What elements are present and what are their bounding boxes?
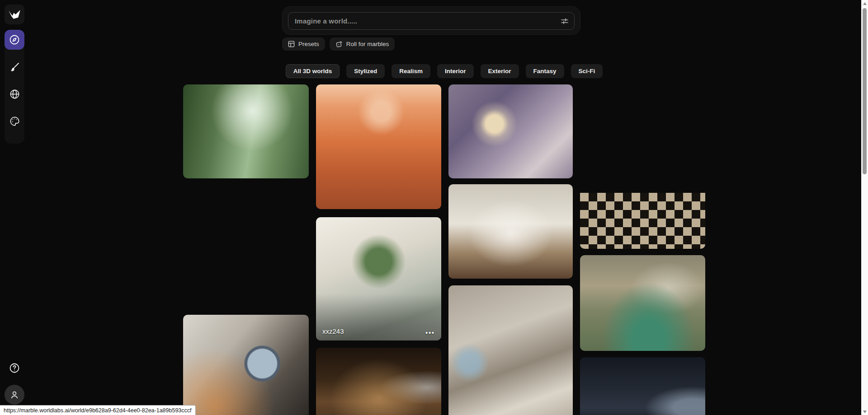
- world-card-label: xxz243: [322, 327, 344, 335]
- paintbrush-icon: [9, 61, 20, 73]
- status-url-text: https://marble.worldlabs.ai/world/e9b628…: [4, 407, 192, 414]
- filter-chip-interior[interactable]: Interior: [437, 64, 474, 78]
- world-card-white-terrace-tree-garden[interactable]: xxz243 •••: [316, 217, 441, 340]
- world-card-scifi-porthole-bedroom[interactable]: [183, 315, 309, 415]
- filter-chip-fantasy[interactable]: Fantasy: [526, 64, 564, 78]
- world-card-warm-wooden-kitchen[interactable]: [316, 348, 441, 415]
- account-button[interactable]: [5, 385, 24, 405]
- scroll-up-icon: [863, 2, 867, 5]
- nav-item-worlds[interactable]: [5, 84, 24, 104]
- filter-chip-stylized[interactable]: Stylized: [346, 64, 385, 78]
- sidebar: [0, 0, 29, 415]
- worldlabs-logo-button[interactable]: [5, 5, 24, 24]
- palette-icon: [9, 116, 20, 127]
- help-icon: [9, 362, 20, 374]
- scroll-thumb[interactable]: [863, 8, 867, 174]
- roll-for-marbles-label: Roll for marbles: [346, 41, 389, 47]
- world-card-stylized-round-mirror-library[interactable]: [448, 84, 573, 178]
- scroll-down-icon: [863, 410, 867, 413]
- filter-chip-all-3d-worlds[interactable]: All 3D worlds: [286, 64, 340, 78]
- search-panel: [282, 6, 580, 35]
- nav-item-styles[interactable]: [5, 111, 24, 131]
- sliders-icon: [560, 17, 569, 26]
- world-card-temple-library-lanterns[interactable]: [183, 185, 309, 309]
- dice-icon: [335, 41, 343, 48]
- world-card-grand-hallway-checkered-floor[interactable]: [580, 84, 705, 249]
- nav-item-explore[interactable]: [5, 30, 24, 50]
- nav-item-create[interactable]: [5, 57, 24, 77]
- filter-chip-exterior[interactable]: Exterior: [481, 64, 519, 78]
- world-card-dark-abandoned-room[interactable]: [580, 357, 705, 415]
- presets-button-label: Presets: [298, 41, 319, 47]
- worldlabs-logo-icon: [8, 9, 21, 20]
- scroll-down-button[interactable]: [861, 408, 868, 415]
- user-icon: [9, 389, 20, 400]
- world-card-menu-button[interactable]: •••: [425, 331, 435, 335]
- sidebar-nav-panel: [5, 30, 24, 144]
- search-filters-button[interactable]: [557, 14, 572, 29]
- ellipsis-icon: •••: [425, 329, 435, 336]
- search-input[interactable]: [288, 17, 557, 25]
- scroll-up-button[interactable]: [861, 0, 868, 7]
- filter-chip-scifi[interactable]: Sci-Fi: [571, 64, 603, 78]
- compass-icon: [9, 34, 20, 46]
- world-card-overgrown-courtyard-waterfall[interactable]: [580, 255, 705, 351]
- world-gallery: xxz243 •••: [0, 0, 868, 415]
- world-card-hover-overlay: xxz243 •••: [316, 217, 441, 340]
- presets-button[interactable]: Presets: [282, 37, 325, 51]
- roll-for-marbles-button[interactable]: Roll for marbles: [330, 37, 395, 51]
- filter-chip-realism[interactable]: Realism: [392, 64, 430, 78]
- scrollbar: [861, 0, 868, 415]
- presets-icon: [288, 41, 295, 47]
- world-card-rustic-white-attic-room[interactable]: [448, 184, 573, 279]
- status-url-tooltip: https://marble.worldlabs.ai/world/e9b628…: [0, 405, 196, 415]
- world-card-jungle-pod-village[interactable]: [183, 84, 309, 178]
- action-row: Presets Roll for marbles: [282, 37, 395, 51]
- filter-chips: All 3D worlds Stylized Realism Interior …: [183, 64, 705, 79]
- help-button[interactable]: [5, 358, 24, 378]
- world-card-cave-bedroom-sea-view[interactable]: [448, 285, 573, 415]
- search-box: [288, 12, 575, 30]
- globe-icon: [9, 89, 20, 100]
- world-card-orange-palace-courtyard[interactable]: [316, 84, 441, 209]
